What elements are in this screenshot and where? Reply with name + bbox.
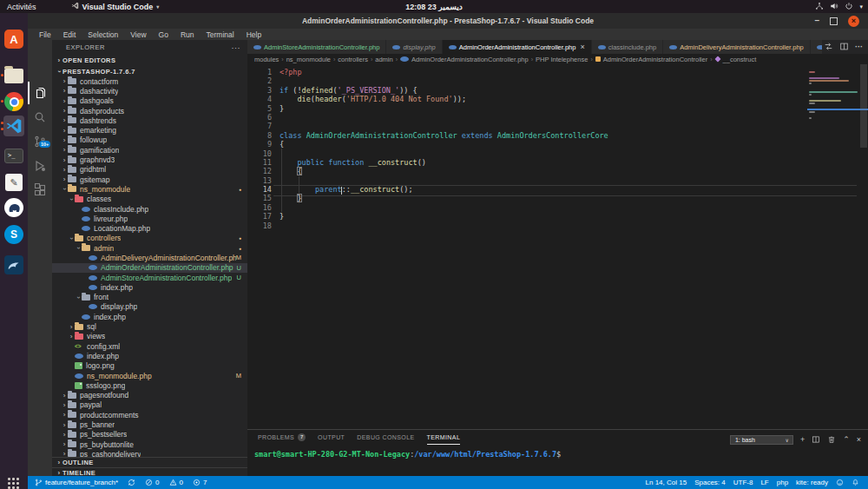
tree-item-ps_banner[interactable]: ›ps_banner [52, 420, 247, 429]
open-editors-section[interactable]: › OPEN EDITORS [52, 55, 247, 66]
menu-terminal[interactable]: Terminal [201, 30, 240, 39]
new-terminal-icon[interactable]: + [800, 436, 805, 444]
close-panel-icon[interactable]: × [857, 436, 861, 444]
tree-item-views[interactable]: ›views [52, 332, 247, 341]
tree-item-index.php[interactable]: ›index.php [52, 282, 247, 292]
tree-item-LocationMap.php[interactable]: ›LocationMap.php [52, 223, 247, 233]
tree-item-gridhtml[interactable]: ›gridhtml [52, 165, 247, 175]
tree-item-ns_monmodule.php[interactable]: ›ns_monmodule.phpM [52, 371, 247, 380]
close-button[interactable]: × [848, 16, 859, 27]
panel-tab-output[interactable]: OUTPUT [318, 430, 345, 444]
tree-item-ps_cashondelivery[interactable]: ›ps_cashondelivery [52, 449, 247, 457]
tree-item-config.xml[interactable]: ›<>config.xml [52, 341, 247, 351]
timeline-section[interactable]: › TIMELINE [52, 467, 247, 476]
explorer-more-actions-icon[interactable]: ··· [232, 43, 241, 52]
status-item-error-icon[interactable]: 0 [145, 479, 159, 486]
system-menu-chevron-icon[interactable]: ▾ [859, 3, 863, 10]
tree-item-classes[interactable]: ›classes [52, 195, 247, 204]
tree-item-ps_buybuttonlite[interactable]: ›ps_buybuttonlite [52, 439, 247, 449]
dock-item-terminal[interactable]: >_ [3, 145, 24, 166]
tree-item-contactform[interactable]: ›contactform [52, 76, 247, 86]
status-item[interactable]: Spaces: 4 [694, 479, 726, 486]
panel-tab-debug-console[interactable]: DEBUG CONSOLE [357, 430, 414, 444]
minimize-button[interactable]: – [814, 17, 819, 25]
tree-item-AdminStoreAdministrationController.php[interactable]: ›AdminStoreAdministrationController.phpU [52, 273, 247, 282]
tree-item-livreur.php[interactable]: ›livreur.php [52, 214, 247, 223]
more-actions-icon[interactable]: ··· [855, 43, 863, 51]
tree-item-dashgoals[interactable]: ›dashgoals [52, 96, 247, 106]
tab-liv[interactable]: liv [811, 40, 823, 54]
app-indicator[interactable]: Visual Studio Code ▾ [71, 2, 160, 11]
breadcrumb-item[interactable]: __construct [715, 56, 757, 63]
panel-tab-problems[interactable]: PROBLEMS7 [258, 430, 306, 444]
dock-item-files[interactable] [3, 65, 24, 86]
tab-display.php[interactable]: display.php [386, 40, 442, 54]
tree-item-dashtrends[interactable]: ›dashtrends [52, 116, 247, 125]
search-activity-icon[interactable] [28, 106, 52, 129]
tree-item-controllers[interactable]: ›controllers● [52, 234, 247, 243]
status-item-warning-icon[interactable]: 0 [169, 479, 183, 486]
menu-view[interactable]: View [124, 30, 152, 39]
breadcrumb-item[interactable]: modules [254, 56, 279, 63]
tree-item-gsitemap[interactable]: ›gsitemap [52, 175, 247, 184]
dock-item-mysql-workbench[interactable] [3, 254, 24, 275]
status-item[interactable]: php [777, 479, 788, 486]
close-tab-icon[interactable]: × [580, 43, 584, 51]
code-editor[interactable]: 123456789101112131415161718 <?phpif (!de… [247, 64, 868, 429]
status-item-sync-icon[interactable] [128, 479, 135, 486]
tree-item-emarketing[interactable]: ›emarketing [52, 125, 247, 135]
tree-item-gamification[interactable]: ›gamification [52, 145, 247, 155]
breadcrumb-item[interactable]: ns_monmodule [286, 56, 331, 63]
tree-item-front[interactable]: ›front [52, 293, 247, 302]
tree-item-ps_bestsellers[interactable]: ›ps_bestsellers [52, 430, 247, 439]
tree-item-dashactivity[interactable]: ›dashactivity [52, 86, 247, 96]
tree-item-ns_monmodule[interactable]: ›ns_monmodule● [52, 184, 247, 194]
tree-item-productcomments[interactable]: ›productcomments [52, 410, 247, 420]
breadcrumb-item[interactable]: controllers [338, 56, 368, 63]
menu-selection[interactable]: Selection [82, 30, 124, 39]
split-terminal-icon[interactable] [812, 432, 820, 447]
tree-item-pagesnotfound[interactable]: ›pagesnotfound [52, 391, 247, 400]
status-item-bell-icon[interactable] [852, 479, 859, 486]
tree-item-AdminDeliveryAdministrationController.php[interactable]: ›AdminDeliveryAdministrationController.p… [52, 253, 247, 262]
tree-item-ssslogo.png[interactable]: ›ssslogo.png [52, 380, 247, 390]
editor-scrollbar[interactable] [860, 64, 867, 148]
workspace-root-section[interactable]: › PRESTASHOP-1.7.6.7 [52, 66, 247, 76]
dock-item-text-editor[interactable]: ✎ [3, 172, 24, 193]
split-editor-icon[interactable] [839, 40, 849, 54]
maximize-button[interactable] [830, 17, 838, 25]
status-item[interactable]: LF [760, 479, 768, 486]
tree-item-dashproducts[interactable]: ›dashproducts [52, 106, 247, 116]
tab-AdminStoreAdministrationController.php[interactable]: AdminStoreAdministrationController.php [247, 40, 386, 54]
breadcrumb-item[interactable]: AdminOrderAdministrationController [595, 56, 707, 63]
status-item-git-branch-icon[interactable]: feature/feature_branch* [35, 479, 118, 486]
activities-button[interactable]: Activités [7, 3, 36, 11]
tree-item-AdminOrderAdministrationController.php[interactable]: ›AdminOrderAdministrationController.phpU [52, 263, 247, 273]
dock-item-visual-studio-code[interactable] [3, 116, 24, 136]
tree-item-paypal[interactable]: ›paypal [52, 400, 247, 410]
breadcrumb-item[interactable]: PHP Intelephense [536, 56, 588, 63]
tab-classinclude.php[interactable]: classinclude.php [592, 40, 663, 54]
minimap[interactable] [807, 64, 858, 186]
tree-item-display.php[interactable]: ›display.php [52, 302, 247, 312]
dock-item-google-chrome[interactable] [3, 91, 24, 112]
kill-terminal-icon[interactable] [827, 432, 836, 447]
status-item[interactable]: Ln 14, Col 15 [646, 479, 687, 486]
outline-section[interactable]: › OUTLINE [52, 457, 247, 467]
dock-item-skype[interactable]: S [3, 224, 24, 245]
menu-help[interactable]: Help [240, 30, 267, 39]
status-item[interactable]: kite: ready [796, 479, 828, 486]
network-icon[interactable] [815, 2, 824, 12]
tree-item-logo.png[interactable]: ›logo.png [52, 361, 247, 371]
run-debug-activity-icon[interactable] [28, 155, 52, 177]
terminal-shell-select[interactable]: 1: bash [730, 435, 793, 445]
menu-edit[interactable]: Edit [57, 30, 82, 39]
tree-item-followup[interactable]: ›followup [52, 135, 247, 145]
compare-changes-icon[interactable] [824, 40, 833, 54]
menu-file[interactable]: File [33, 30, 57, 39]
tab-AdminOrderAdministrationController.php[interactable]: AdminOrderAdministrationController.php× [443, 40, 592, 54]
tree-item-index.php[interactable]: ›index.php [52, 312, 247, 321]
tree-item-classInclude.php[interactable]: ›classInclude.php [52, 204, 247, 214]
breadcrumb-item[interactable]: admin [375, 56, 392, 63]
breadcrumb-item[interactable]: AdminOrderAdministrationController.php [400, 56, 529, 63]
